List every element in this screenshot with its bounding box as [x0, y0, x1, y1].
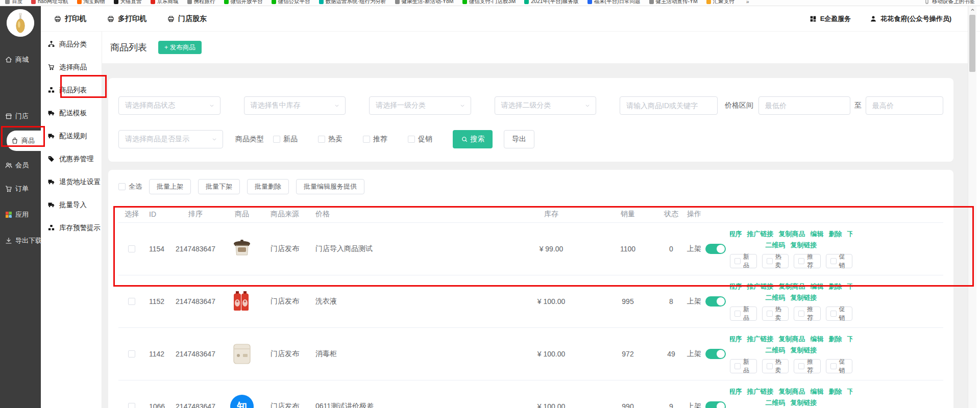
- action-link-edit[interactable]: 编辑: [811, 230, 824, 239]
- bookmarks-overflow-icon[interactable]: »: [746, 0, 749, 5]
- row-checkbox[interactable]: [128, 245, 135, 252]
- action-link-promo-link[interactable]: 推广链接: [747, 335, 774, 344]
- submenu-item-goods-categories[interactable]: 商品分类: [41, 33, 102, 56]
- action-link-copy-goods[interactable]: 复制商品: [779, 387, 805, 396]
- action-link-copy-link[interactable]: 复制链接: [791, 346, 817, 355]
- header-button-printer[interactable]: 打印机: [54, 14, 86, 23]
- store-logo[interactable]: [7, 9, 34, 37]
- bookmark-item[interactable]: 携程旅行: [187, 0, 215, 5]
- min-price-input[interactable]: [758, 96, 850, 115]
- tag-checkbox-hot[interactable]: 热卖: [762, 307, 789, 321]
- bookmark-item[interactable]: 京东商城: [151, 0, 179, 5]
- header-button-store-shareholder[interactable]: 门店股东: [167, 14, 207, 23]
- other-bookmarks[interactable]: 移动设备上的书签: [924, 0, 975, 5]
- sidebar-item-orders[interactable]: 订单: [0, 180, 41, 198]
- bookmark-item[interactable]: 淘宝购物: [77, 0, 105, 5]
- checkbox-icon[interactable]: [734, 311, 741, 317]
- scrollbar-thumb[interactable]: [969, 15, 975, 72]
- user-account[interactable]: 花花食府(公众号操作员): [869, 14, 951, 23]
- tag-checkbox-hot[interactable]: 热卖: [762, 359, 789, 373]
- sidebar-item-store[interactable]: 门店: [0, 107, 41, 125]
- batch-delete-button[interactable]: 批量删除: [247, 179, 289, 194]
- bookmark-item[interactable]: 微信公众平台: [272, 0, 310, 5]
- action-link-delete[interactable]: 删除: [829, 230, 842, 239]
- action-link-promo-link[interactable]: 推广链接: [747, 387, 774, 396]
- action-link-mini-program[interactable]: 小程序: [730, 335, 742, 344]
- select-level2-category[interactable]: 请选择二级分类: [495, 96, 597, 115]
- select-onsale-stock[interactable]: 请选择售中库存: [244, 96, 346, 115]
- sidebar-item-export-download[interactable]: 导出下载: [0, 232, 41, 250]
- checkbox-icon[interactable]: [767, 363, 773, 369]
- checkbox-icon[interactable]: [734, 363, 741, 369]
- publish-goods-button[interactable]: + 发布商品: [158, 41, 202, 54]
- type-checkbox-recommend[interactable]: 推荐: [363, 135, 387, 144]
- checkbox-icon[interactable]: [273, 136, 280, 143]
- submenu-item-goods-list[interactable]: 商品列表: [41, 79, 102, 101]
- status-toggle[interactable]: [705, 401, 726, 408]
- tag-checkbox-new[interactable]: 新品: [730, 359, 757, 373]
- submenu-item-stock-alert[interactable]: 库存预警提示: [41, 216, 102, 239]
- bookmark-item[interactable]: 数据运营系统·组行为分析: [319, 0, 386, 5]
- type-checkbox-promo[interactable]: 促销: [408, 135, 432, 144]
- action-link-qrcode[interactable]: 二维码: [766, 346, 786, 355]
- action-link-edit[interactable]: 编辑: [811, 335, 824, 344]
- status-toggle[interactable]: [705, 296, 726, 307]
- keyword-input[interactable]: [620, 96, 718, 115]
- action-link-edit[interactable]: 编辑: [811, 282, 824, 291]
- checkbox-icon[interactable]: [830, 258, 837, 264]
- select-all[interactable]: 全选: [118, 182, 142, 191]
- sidebar-item-members[interactable]: 会员: [0, 156, 41, 174]
- bookmark-item[interactable]: 健康生活-新活动-Y8M: [395, 0, 454, 5]
- bookmark-item[interactable]: 汇聚支付: [706, 0, 734, 5]
- submenu-item-return-address[interactable]: 退货地址设置: [41, 170, 102, 193]
- checkbox-icon[interactable]: [798, 258, 804, 264]
- action-link-qrcode[interactable]: 二维码: [766, 398, 786, 407]
- checkbox-icon[interactable]: [830, 311, 837, 317]
- batch-edit-service-button[interactable]: 批量编辑服务提供: [296, 179, 364, 194]
- checkbox-icon[interactable]: [408, 136, 415, 143]
- bookmark-item[interactable]: 天猫直营: [114, 0, 142, 5]
- tag-checkbox-recommend[interactable]: 推荐: [794, 359, 821, 373]
- type-checkbox-hot[interactable]: 热卖: [318, 135, 342, 144]
- action-link-download[interactable]: 下载: [847, 387, 853, 396]
- action-link-edit[interactable]: 编辑: [811, 387, 824, 396]
- select-goods-visible[interactable]: 请选择商品是否显示: [118, 130, 223, 148]
- bookmark-item[interactable]: 福来(平台)日常问题: [587, 0, 641, 5]
- tag-checkbox-recommend[interactable]: 推荐: [794, 307, 821, 321]
- tag-checkbox-promo[interactable]: 促销: [826, 359, 853, 373]
- status-toggle[interactable]: [705, 244, 726, 254]
- select-goods-status[interactable]: 请选择商品状态: [118, 96, 220, 115]
- checkbox-icon[interactable]: [767, 311, 773, 317]
- checkbox-icon[interactable]: [363, 136, 370, 143]
- bookmark-item[interactable]: hao网址导航: [31, 0, 68, 5]
- max-price-input[interactable]: [866, 96, 943, 115]
- submenu-item-batch-import[interactable]: 批量导入: [41, 193, 102, 216]
- scrollbar[interactable]: [968, 6, 976, 408]
- submenu-item-select-goods[interactable]: 选择商品: [41, 56, 102, 79]
- type-checkbox-new[interactable]: 新品: [273, 135, 298, 144]
- sidebar-item-mall[interactable]: 商城: [0, 50, 41, 69]
- action-link-copy-link[interactable]: 复制链接: [791, 293, 817, 302]
- tag-checkbox-hot[interactable]: 热卖: [762, 254, 789, 268]
- bookmark-item[interactable]: 百度: [5, 0, 22, 5]
- select-all-checkbox[interactable]: [118, 183, 126, 190]
- action-link-download[interactable]: 下载: [847, 282, 853, 291]
- checkbox-icon[interactable]: [830, 363, 837, 369]
- submenu-item-delivery-template[interactable]: 配送模板: [41, 101, 102, 124]
- select-level1-category[interactable]: 请选择一级分类: [369, 96, 471, 115]
- action-link-copy-link[interactable]: 复制链接: [791, 398, 817, 407]
- sidebar-item-goods[interactable]: 商品: [7, 131, 41, 151]
- action-link-copy-link[interactable]: 复制链接: [791, 241, 817, 250]
- tag-checkbox-recommend[interactable]: 推荐: [794, 254, 821, 268]
- bookmark-item[interactable]: 健主活动宣传-YM: [649, 0, 698, 5]
- action-link-download[interactable]: 下载: [847, 335, 853, 344]
- row-checkbox[interactable]: [128, 298, 135, 305]
- tag-checkbox-new[interactable]: 新品: [730, 254, 757, 268]
- action-link-mini-program[interactable]: 小程序: [730, 387, 742, 396]
- status-toggle[interactable]: [705, 349, 726, 359]
- submenu-item-coupon-management[interactable]: 优惠券管理: [41, 147, 102, 170]
- bookmark-item[interactable]: 2021年(平台)服务版: [524, 0, 578, 5]
- tag-checkbox-new[interactable]: 新品: [730, 307, 757, 321]
- bookmark-item[interactable]: 微信支付-门店股3M: [462, 0, 516, 5]
- action-link-delete[interactable]: 删除: [829, 387, 842, 396]
